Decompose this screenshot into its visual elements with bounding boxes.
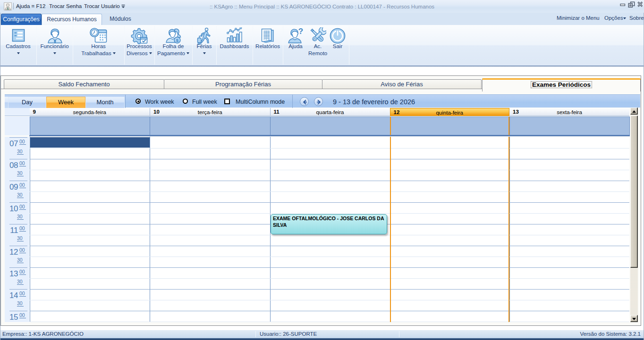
svg-text:$: $ (176, 38, 179, 43)
svg-text:?: ? (298, 27, 303, 36)
